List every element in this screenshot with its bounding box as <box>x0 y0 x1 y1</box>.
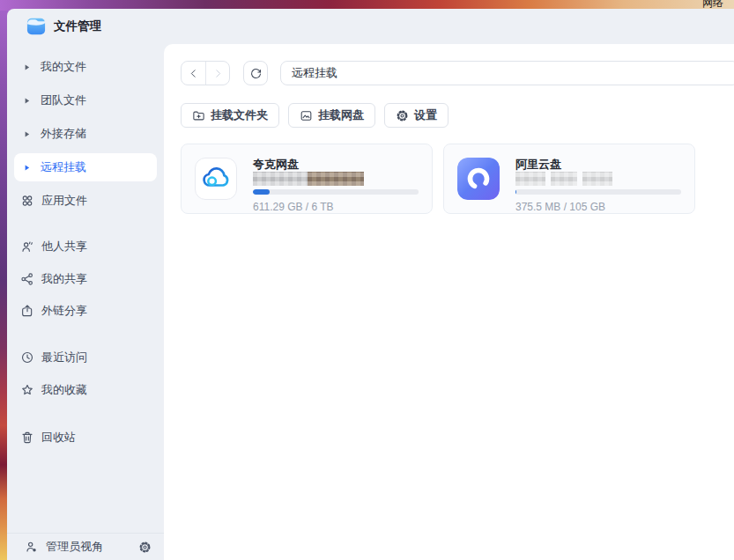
sidebar: 我的文件 团队文件 外接存储 远程挂载 应用文件 他人共享 <box>7 44 164 560</box>
aliyun-drive-logo-icon <box>457 158 500 200</box>
sidebar-item-remote-mount[interactable]: 远程挂载 <box>14 153 157 181</box>
settings-label: 设置 <box>414 107 437 123</box>
sidebar-item-label: 我的共享 <box>41 271 87 287</box>
sidebar-item-label: 我的收藏 <box>41 382 87 398</box>
admin-view-label[interactable]: 管理员视角 <box>46 539 103 555</box>
sidebar-item-external-storage[interactable]: 外接存储 <box>14 120 157 148</box>
admin-person-icon <box>25 540 39 554</box>
file-manager-window: 文件管理 我的文件 团队文件 外接存储 远程挂载 应用文件 <box>7 9 734 560</box>
mount-drive-label: 挂载网盘 <box>318 107 364 123</box>
drive-card-quark[interactable]: 夸克网盘 611.29 GB / 6 TB <box>181 144 433 214</box>
storage-usage-text: 375.5 MB / 105 GB <box>515 201 681 213</box>
mosaic-block <box>582 172 612 186</box>
sidebar-item-label: 回收站 <box>41 430 76 446</box>
settings-button[interactable]: 设置 <box>384 103 449 128</box>
folder-plus-icon <box>192 109 205 122</box>
storage-progress-bar <box>253 189 419 195</box>
settings-gear-icon <box>396 109 409 122</box>
expand-triangle-icon[interactable] <box>23 164 31 172</box>
sidebar-item-my-shares[interactable]: 我的共享 <box>14 265 157 293</box>
apps-grid-icon <box>20 194 34 208</box>
expand-triangle-icon[interactable] <box>23 97 31 105</box>
address-input[interactable] <box>280 61 734 85</box>
sidebar-item-label: 团队文件 <box>41 92 86 108</box>
drive-card-body: 阿里云盘 375.5 MB / 105 GB <box>515 158 681 200</box>
storage-progress-fill <box>515 189 516 195</box>
storage-progress-fill <box>253 189 270 195</box>
back-button[interactable] <box>182 62 205 85</box>
sidebar-item-label: 外接存储 <box>41 126 86 142</box>
drive-card-aliyun[interactable]: 阿里云盘 375.5 MB / 105 GB <box>443 144 695 214</box>
sidebar-item-external-link-share[interactable]: 外链分享 <box>14 297 157 325</box>
mosaic-block <box>253 172 308 186</box>
sidebar-item-label: 远程挂载 <box>41 159 86 175</box>
sidebar-item-recycle-bin[interactable]: 回收站 <box>14 424 157 452</box>
drive-title: 夸克网盘 <box>253 158 419 171</box>
mount-folder-button[interactable]: 挂载文件夹 <box>181 103 279 128</box>
mount-drive-button[interactable]: 挂载网盘 <box>288 103 375 128</box>
mounted-drives-list: 夸克网盘 611.29 GB / 6 TB <box>181 144 734 214</box>
cloud-drive-icon <box>300 109 313 122</box>
refresh-button[interactable] <box>243 61 268 85</box>
mount-folder-label: 挂载文件夹 <box>211 107 268 123</box>
sidebar-item-shared-by-others[interactable]: 他人共享 <box>14 232 157 261</box>
sidebar-item-app-files[interactable]: 应用文件 <box>14 187 157 215</box>
star-icon <box>20 383 34 397</box>
share-external-icon <box>20 304 34 318</box>
sidebar-item-label: 我的文件 <box>41 59 86 75</box>
mosaic-block <box>515 172 545 186</box>
app-title: 文件管理 <box>54 18 101 34</box>
sidebar-item-label: 他人共享 <box>41 239 87 254</box>
quark-drive-logo-icon <box>195 158 237 200</box>
drive-title: 阿里云盘 <box>515 158 681 171</box>
window-header: 文件管理 <box>7 9 734 44</box>
expand-triangle-icon[interactable] <box>23 130 31 138</box>
sidebar-item-label: 最近访问 <box>41 350 87 365</box>
trash-icon <box>20 431 34 445</box>
storage-usage-text: 611.29 GB / 6 TB <box>253 201 419 213</box>
main-panel: 挂载文件夹 挂载网盘 设置 <box>164 44 734 560</box>
sidebar-item-label: 外链分享 <box>41 303 87 319</box>
blurred-account-info <box>515 172 681 186</box>
sidebar-item-my-files[interactable]: 我的文件 <box>14 53 157 81</box>
storage-progress-bar <box>515 189 681 195</box>
sidebar-footer: 管理员视角 <box>7 533 164 560</box>
app-folder-icon <box>26 17 46 36</box>
blurred-account-info <box>253 172 419 186</box>
sidebar-item-label: 应用文件 <box>41 193 87 209</box>
clock-icon <box>20 350 34 365</box>
sidebar-item-favorites[interactable]: 我的收藏 <box>14 376 157 404</box>
sidebar-settings-gear-icon[interactable] <box>138 541 152 554</box>
toolbar: 挂载文件夹 挂载网盘 设置 <box>181 103 734 128</box>
sidebar-item-team-files[interactable]: 团队文件 <box>14 86 157 114</box>
expand-triangle-icon[interactable] <box>23 63 31 71</box>
history-button-group <box>181 61 230 85</box>
mosaic-block <box>551 172 577 186</box>
navigation-bar <box>181 61 734 85</box>
drive-card-body: 夸克网盘 611.29 GB / 6 TB <box>253 158 419 200</box>
forward-button[interactable] <box>205 62 229 85</box>
share-nodes-icon <box>20 272 34 286</box>
person-share-icon <box>20 239 34 254</box>
mosaic-block <box>308 172 364 186</box>
sidebar-item-recent[interactable]: 最近访问 <box>14 343 157 372</box>
